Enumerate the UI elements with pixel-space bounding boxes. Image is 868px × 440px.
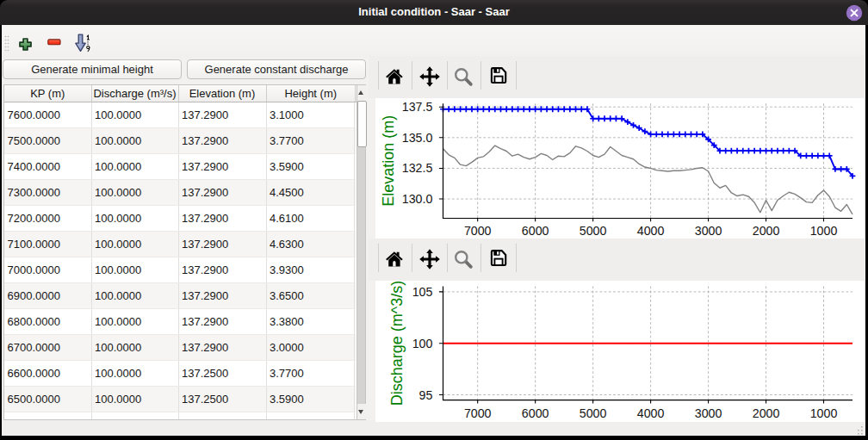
svg-text:100: 100 xyxy=(412,336,433,350)
svg-text:4000: 4000 xyxy=(637,406,665,419)
svg-text:137.5: 137.5 xyxy=(402,100,433,114)
svg-text:6000: 6000 xyxy=(522,224,549,238)
svg-text:7000: 7000 xyxy=(464,224,492,238)
svg-text:5000: 5000 xyxy=(580,406,607,419)
svg-text:1000: 1000 xyxy=(810,224,838,238)
svg-text:Elevation (m): Elevation (m) xyxy=(380,115,397,206)
svg-text:5000: 5000 xyxy=(580,224,607,238)
svg-text:95: 95 xyxy=(419,387,433,401)
svg-text:Discharge (m^3/s): Discharge (m^3/s) xyxy=(388,281,406,406)
svg-text:3000: 3000 xyxy=(695,406,722,419)
svg-text:105: 105 xyxy=(412,284,433,298)
svg-text:4000: 4000 xyxy=(637,224,665,238)
svg-text:135.0: 135.0 xyxy=(402,130,433,144)
svg-text:132.5: 132.5 xyxy=(402,161,433,175)
svg-text:130.0: 130.0 xyxy=(402,192,433,206)
svg-text:3000: 3000 xyxy=(695,224,722,238)
svg-text:7000: 7000 xyxy=(464,406,492,419)
svg-text:6000: 6000 xyxy=(522,406,549,419)
svg-text:1000: 1000 xyxy=(810,406,838,419)
svg-text:2000: 2000 xyxy=(753,224,780,238)
svg-text:2000: 2000 xyxy=(753,406,780,419)
